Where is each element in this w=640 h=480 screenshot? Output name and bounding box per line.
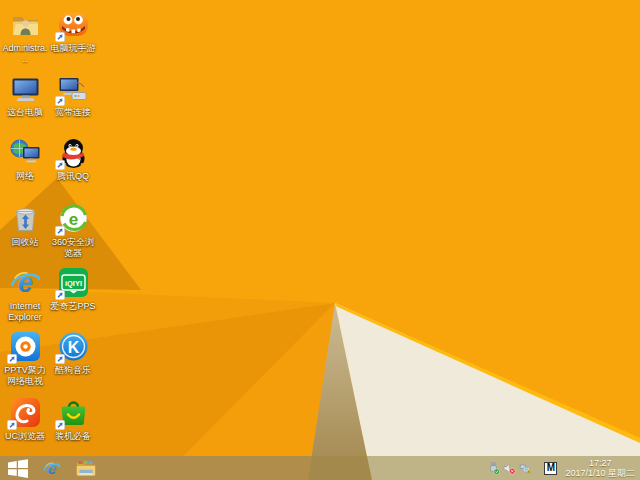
desktop-icon-label: Internet Explorer (2, 301, 48, 323)
wallpaper (0, 0, 640, 480)
shortcut-arrow-icon (55, 290, 65, 300)
desktop-icon-label: 网络 (2, 171, 48, 182)
desktop-icon-tencent-qq[interactable]: 腾讯QQ (50, 136, 96, 182)
desktop-icon-iqiyi-pps[interactable]: iQIYI爱奇艺PPS (50, 266, 96, 312)
system-tray: M 17:27 2017/1/10 星期二 (484, 456, 637, 480)
desktop-icon-label: UC浏览器 (2, 431, 48, 442)
qq-icon (57, 136, 90, 169)
desktop: Administra...电脑玩手游这台电脑宽带连接网络腾讯QQ回收站e360安… (0, 0, 640, 480)
ie-icon: e (9, 266, 42, 299)
taskbar-file-explorer-button[interactable] (71, 456, 101, 480)
desktop-icon-kugou-music[interactable]: K酷狗音乐 (50, 330, 96, 376)
ime-indicator[interactable]: M (544, 462, 557, 475)
se360-icon: e (57, 202, 90, 235)
windows-logo-icon (8, 459, 28, 478)
desktop-icon-label: 回收站 (2, 237, 48, 248)
desktop-icon-this-pc[interactable]: 这台电脑 (2, 72, 48, 118)
computer-icon (9, 72, 42, 105)
network-warning-icon[interactable] (519, 462, 532, 475)
desktop-icon-label: 这台电脑 (2, 107, 48, 118)
desktop-icon-360-safe-browser[interactable]: e360安全浏览器 (50, 202, 96, 259)
network-icon (9, 136, 42, 169)
usb-safely-remove-icon[interactable] (487, 462, 500, 475)
volume-muted-icon[interactable] (503, 462, 516, 475)
shortcut-arrow-icon (7, 420, 17, 430)
shortcut-arrow-icon (55, 420, 65, 430)
desktop-icon-label: 腾讯QQ (50, 171, 96, 182)
desktop-icon-pptv[interactable]: PPTV聚力 网络电视 (2, 330, 48, 387)
recycle-icon (9, 202, 42, 235)
desktop-icon-label: 爱奇艺PPS (50, 301, 96, 312)
kugou-icon: K (57, 330, 90, 363)
clock-time: 17:27 (565, 458, 635, 468)
shortcut-arrow-icon (55, 32, 65, 42)
shortcut-arrow-icon (55, 96, 65, 106)
shortcut-arrow-icon (55, 354, 65, 364)
monster-icon (57, 8, 90, 41)
desktop-icon-administrator[interactable]: Administra... (2, 8, 48, 65)
desktop-icon-label: PPTV聚力 网络电视 (2, 365, 48, 387)
broadband-icon (57, 72, 90, 105)
bag-icon (57, 396, 90, 429)
taskbar-clock[interactable]: 17:27 2017/1/10 星期二 (565, 458, 635, 478)
svg-text:iQIYI: iQIYI (64, 279, 81, 288)
iqiyi-icon: iQIYI (57, 266, 90, 299)
svg-text:e: e (68, 210, 77, 229)
user-folder-icon (9, 8, 42, 41)
pptv-icon (9, 330, 42, 363)
desktop-icon-recycle-bin[interactable]: 回收站 (2, 202, 48, 248)
internet-explorer-icon: e (42, 459, 62, 478)
desktop-icon-pc-play-mobile-games[interactable]: 电脑玩手游 (50, 8, 96, 54)
svg-text:K: K (67, 339, 79, 356)
shortcut-arrow-icon (55, 160, 65, 170)
taskbar-internet-explorer-button[interactable]: e (37, 456, 67, 480)
desktop-icon-label: 电脑玩手游 (50, 43, 96, 54)
shortcut-arrow-icon (55, 226, 65, 236)
desktop-icon-zhuangji-bibei[interactable]: 装机必备 (50, 396, 96, 442)
clock-date: 2017/1/10 星期二 (565, 468, 635, 478)
desktop-icon-broadband-connection[interactable]: 宽带连接 (50, 72, 96, 118)
desktop-icon-label: Administra... (2, 43, 48, 65)
desktop-icon-label: 装机必备 (50, 431, 96, 442)
file-explorer-icon (76, 459, 96, 478)
taskbar: e M 17:27 2017/1/10 星期二 (0, 456, 640, 480)
desktop-icon-uc-browser[interactable]: UC浏览器 (2, 396, 48, 442)
desktop-icon-internet-explorer[interactable]: eInternet Explorer (2, 266, 48, 323)
shortcut-arrow-icon (7, 354, 17, 364)
desktop-icon-label: 酷狗音乐 (50, 365, 96, 376)
uc-icon (9, 396, 42, 429)
desktop-icon-label: 宽带连接 (50, 107, 96, 118)
desktop-icon-label: 360安全浏览器 (50, 237, 96, 259)
desktop-icon-network[interactable]: 网络 (2, 136, 48, 182)
start-button[interactable] (3, 456, 33, 480)
